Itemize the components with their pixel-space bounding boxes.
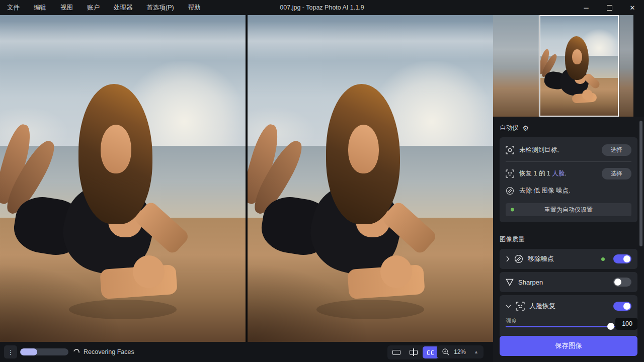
autopilot-subject-row: 未检测到目标。 选择 <box>506 143 631 156</box>
menu-help[interactable]: 帮助 <box>188 4 201 12</box>
subject-select-button[interactable]: 选择 <box>602 144 631 156</box>
save-image-button[interactable]: 保存图像 <box>500 336 637 356</box>
face-recovery-icon <box>516 302 525 311</box>
face-recovery-toggle[interactable] <box>613 302 631 311</box>
titlebar: 文件 编辑 视图 账户 处理器 首选项(P) 帮助 007.jpg - Topa… <box>0 0 644 15</box>
photo-figure-hands <box>133 255 165 288</box>
denoise-icon <box>514 254 523 263</box>
toggle-knob <box>623 303 630 310</box>
zoom-in-icon[interactable] <box>442 348 450 356</box>
navigator-thumbnail[interactable] <box>493 15 644 117</box>
menu-edit[interactable]: 编辑 <box>34 4 46 12</box>
autopilot-title: 自动仪 <box>500 124 519 132</box>
maximize-button[interactable] <box>598 0 621 15</box>
remove-noise-card[interactable]: 移除噪点 <box>500 249 637 269</box>
split-view-icon <box>410 350 418 355</box>
dots-menu-icon: ⋮ <box>8 348 14 356</box>
photo-before <box>0 15 246 342</box>
strength-row: 强度 100 <box>506 317 631 330</box>
before-pane[interactable] <box>0 15 246 342</box>
menubar: 文件 编辑 视图 账户 处理器 首选项(P) 帮助 <box>0 4 201 12</box>
progress-fill <box>20 348 37 355</box>
menu-account[interactable]: 账户 <box>87 4 100 12</box>
slider-thumb[interactable] <box>607 323 614 330</box>
autopilot-card: 未检测到目标。 选择 恢复 1 的 1 <box>500 137 637 222</box>
photo-figure-face <box>101 125 131 174</box>
menu-file[interactable]: 文件 <box>7 4 20 12</box>
subject-status-text: 未检测到目标。 <box>519 146 564 154</box>
denoise-icon <box>506 187 514 195</box>
autopilot-noise-row: 去除 低 图像 噪点. <box>506 184 631 197</box>
photo-cloud-streaks <box>0 22 246 61</box>
autopilot-active-dot <box>601 257 605 261</box>
status-bar: ⋮ Recovering Faces <box>0 342 493 362</box>
sharpen-label: Sharpen <box>518 279 543 286</box>
face-recovery-card: 人脸恢复 强度 100 1人脸 <box>500 295 637 336</box>
strength-slider[interactable] <box>506 323 615 330</box>
after-pane[interactable] <box>248 15 493 342</box>
slider-track <box>506 326 615 327</box>
chevron-down-icon[interactable] <box>506 305 511 308</box>
window-title: 007.jpg - Topaz Photo AI 1.1.9 <box>280 0 364 15</box>
navigator-dim-left <box>493 15 539 117</box>
autopilot-header: 自动仪 ⚙ <box>500 124 637 132</box>
face-select-button[interactable]: 选择 <box>602 168 631 179</box>
photo-reflection <box>316 300 425 319</box>
reset-autopilot-button[interactable]: 重置为自动仪设置 <box>506 203 631 216</box>
sharpen-icon <box>506 279 514 286</box>
minimize-button[interactable]: ─ <box>575 0 598 15</box>
zoom-caret-up-icon[interactable]: ▲ <box>474 349 478 354</box>
processing-status-text: Recovering Faces <box>84 348 134 355</box>
settings-panel: 自动仪 ⚙ 未检测到目标。 选择 <box>493 15 644 362</box>
single-view-icon <box>392 350 400 355</box>
autopilot-status-dot <box>511 208 514 212</box>
zoom-level-value[interactable]: 12% <box>454 348 466 355</box>
progress-bar <box>20 348 68 355</box>
side-by-side-view-icon <box>431 350 434 355</box>
photo-figure-face <box>348 125 379 174</box>
image-quality-header: 图像质量 <box>500 235 637 244</box>
toggle-knob <box>623 255 630 262</box>
sharpen-card[interactable]: Sharpen <box>500 272 637 292</box>
face-recovery-header[interactable]: 人脸恢复 <box>506 300 631 312</box>
face-status-link[interactable]: 人脸 <box>552 170 565 177</box>
navigator-viewport[interactable] <box>539 15 619 117</box>
face-status-suffix: . <box>565 170 566 177</box>
panel-scroll-area[interactable]: 自动仪 ⚙ 未检测到目标。 选择 <box>493 117 644 336</box>
maximize-icon <box>607 5 612 11</box>
menu-preferences[interactable]: 首选项(P) <box>147 4 174 12</box>
minimize-icon: ─ <box>584 4 588 12</box>
panel-scrollbar[interactable] <box>639 121 642 246</box>
more-options-button[interactable]: ⋮ <box>4 345 17 358</box>
comparison-viewer <box>0 15 493 342</box>
menu-processor[interactable]: 处理器 <box>114 4 133 12</box>
chevron-right-icon[interactable] <box>506 256 510 262</box>
close-icon: ✕ <box>630 4 635 12</box>
face-recovery-label: 人脸恢复 <box>529 302 555 311</box>
photo-cloud-streaks <box>248 22 493 61</box>
window-controls: ─ ✕ <box>575 0 644 15</box>
menu-view[interactable]: 视图 <box>60 4 73 12</box>
toggle-knob <box>614 279 621 286</box>
photo-after <box>248 15 493 342</box>
single-view-button[interactable] <box>388 346 405 358</box>
noise-status-text: 去除 低 图像 噪点. <box>519 187 570 195</box>
autopilot-face-row: 恢复 1 的 1 人脸. 选择 <box>506 167 631 180</box>
split-view-button[interactable] <box>406 346 422 358</box>
face-status-prefix: 恢复 1 的 1 <box>519 170 552 177</box>
photo-reflection <box>69 300 177 319</box>
reset-autopilot-label: 重置为自动仪设置 <box>544 206 593 213</box>
zoom-control: 12% ▲ <box>437 345 484 358</box>
remove-noise-toggle[interactable] <box>613 254 631 263</box>
spinner-icon <box>72 348 80 356</box>
close-button[interactable]: ✕ <box>621 0 644 15</box>
remove-noise-label: 移除噪点 <box>528 254 554 263</box>
face-status-text: 恢复 1 的 1 人脸. <box>519 169 567 178</box>
sharpen-toggle[interactable] <box>613 278 631 287</box>
autopilot-divider <box>506 161 631 162</box>
navigator-edge <box>633 15 644 117</box>
gear-icon[interactable]: ⚙ <box>523 124 529 132</box>
side-by-side-view-icon <box>427 350 430 355</box>
strength-value[interactable]: 100 <box>615 318 637 330</box>
image-quality-title: 图像质量 <box>500 235 525 244</box>
